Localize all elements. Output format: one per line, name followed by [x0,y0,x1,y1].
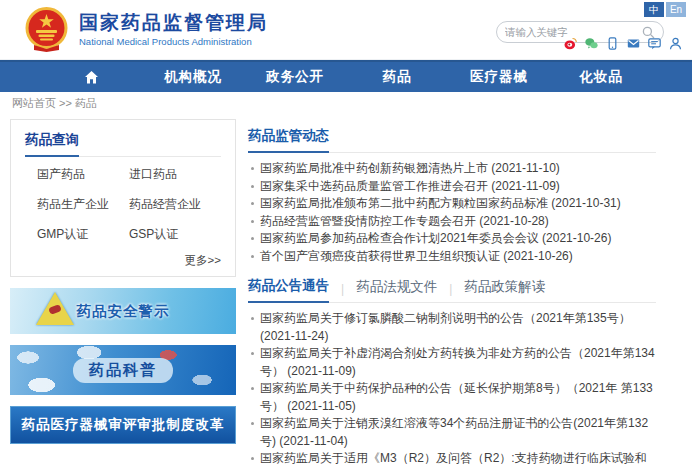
news-date: (2021-11-09) [287,364,355,378]
site-brand[interactable]: 国家药品监督管理局 National Medical Products Admi… [24,7,268,52]
warning-triangle-icon [36,292,74,325]
news-link[interactable]: 国家药监局关于适用《M3（R2）及问答（R2）:支持药物进行临床试验和上市的非临… [260,451,647,466]
bullet-icon [251,167,254,170]
lang-en-button[interactable]: En [666,2,686,17]
news-date: (2021-10-31) [551,196,620,210]
tab-policy-interpretation[interactable]: 药品政策解读 [464,278,545,302]
query-link-distributors[interactable]: 药品经营企业 [129,196,221,213]
list-item[interactable]: 国家药监局关于中药保护品种的公告（延长保护期第8号）（2021年 第133号） … [250,380,656,415]
news-link[interactable]: 国家集采中选药品质量监管工作推进会召开 [260,179,488,193]
list-item[interactable]: 药品经营监管暨疫情防控工作专题会召开 (2021-10-28) [250,213,656,231]
news-link[interactable]: 首个国产宫颈癌疫苗获得世界卫生组织预认证 [260,249,500,263]
site-title: 国家药品监督管理局 [79,12,268,35]
national-emblem-logo [24,7,69,52]
news-date: (2021-11-24) [260,329,328,343]
announcements-list: 国家药监局关于修订氯膦酸二钠制剂说明书的公告（2021年第135号） (2021… [248,303,656,466]
main-column: 药品监管动态 国家药监局批准中药创新药银翘清热片上市 (2021-11-10) … [248,119,656,466]
wechat-icon[interactable] [585,37,598,50]
weibo-icon[interactable] [564,37,577,50]
news-link[interactable]: 国家药监局关于修订氯膦酸二钠制剂说明书的公告（2021年第135号） [260,311,631,325]
drug-query-panel: 药品查询 国产药品 进口药品 药品生产企业 药品经营企业 GMP认证 GSP认证… [10,119,236,277]
tab-divider: | [449,282,452,302]
list-item[interactable]: 首个国产宫颈癌疫苗获得世界卫生组织预认证 (2021-10-26) [250,248,656,266]
query-link-gmp[interactable]: GMP认证 [37,226,129,243]
site-header: 国家药品监督管理局 National Medical Products Admi… [0,0,692,60]
regulatory-news-list: 国家药监局批准中药创新药银翘清热片上市 (2021-11-10) 国家集采中选药… [248,153,656,269]
news-link[interactable]: 国家药监局批准颁布第二批中药配方颗粒国家药品标准 [260,196,548,210]
tab-divider: | [341,282,344,302]
query-link-imported-drugs[interactable]: 进口药品 [129,166,221,183]
main-nav: 机构概况 政务公开 药品 医疗器械 化妆品 [0,60,692,92]
query-link-gsp[interactable]: GSP认证 [129,226,221,243]
banner-label: 药品安全警示 [77,302,170,321]
list-item[interactable]: 国家药监局关于补虚消渴合剂处方药转换为非处方药的公告（2021年第134号） (… [250,345,656,380]
nav-item-gov[interactable]: 政务公开 [244,62,346,92]
bullet-icon [251,185,254,188]
query-more-link[interactable]: 更多>> [25,253,221,268]
news-date: (2021-10-26) [542,231,611,245]
bullet-icon [251,237,254,240]
banner-review-reform[interactable]: 药品医疗器械审评审批制度改革 [10,406,236,444]
section-regulatory-news: 药品监管动态 国家药监局批准中药创新药银翘清热片上市 (2021-11-10) … [248,127,656,269]
email-icon[interactable] [627,37,640,50]
banner-drug-science[interactable]: 药品科普 [10,345,236,395]
news-date: (2021-11-10) [491,161,559,175]
news-link[interactable]: 国家药监局参加药品检查合作计划2021年委员会会议 [260,231,539,245]
tab-announcements[interactable]: 药品公告通告 [248,277,329,303]
nav-home[interactable] [40,62,142,92]
news-date: (2021-10-28) [479,214,548,228]
nav-item-cosmetics[interactable]: 化妆品 [550,62,652,92]
bullet-icon [251,255,254,258]
nav-item-devices[interactable]: 医疗器械 [448,62,550,92]
news-link[interactable]: 药品经营监管暨疫情防控工作专题会召开 [260,214,476,228]
bullet-icon [251,202,254,205]
banner-label: 药品医疗器械审评审批制度改革 [22,416,225,434]
list-item[interactable]: 国家药监局批准中药创新药银翘清热片上市 (2021-11-10) [250,160,656,178]
lang-zh-button[interactable]: 中 [644,2,664,17]
bullet-icon [251,317,254,320]
news-date: (2021-10-26) [503,249,572,263]
drug-query-title: 药品查询 [25,131,79,157]
mobile-icon[interactable] [606,37,619,50]
nav-item-org[interactable]: 机构概况 [142,62,244,92]
bullet-icon [251,352,254,355]
user-icon[interactable] [669,37,682,50]
bullet-icon [251,457,254,460]
list-item[interactable]: 国家药监局关于修订氯膦酸二钠制剂说明书的公告（2021年第135号） (2021… [250,310,656,345]
message-icon[interactable] [648,37,661,50]
list-item[interactable]: 国家药监局参加药品检查合作计划2021年委员会会议 (2021-10-26) [250,230,656,248]
list-item[interactable]: 国家药监局关于注销汞溴红溶液等34个药品注册证书的公告(2021年第132号) … [250,415,656,450]
tab-regulations[interactable]: 药品法规文件 [356,278,437,302]
home-icon [84,70,99,85]
news-link[interactable]: 国家药监局批准中药创新药银翘清热片上市 [260,161,488,175]
section-announcements: 药品公告通告 | 药品法规文件 | 药品政策解读 国家药监局关于修订氯膦酸二钠制… [248,277,656,466]
query-link-domestic-drugs[interactable]: 国产药品 [37,166,129,183]
news-date: (2021-11-09) [491,179,559,193]
tab-regulatory-news[interactable]: 药品监管动态 [248,127,329,153]
breadcrumb[interactable]: 网站首页 >> 药品 [0,92,692,115]
news-date: (2021-11-05) [287,399,355,413]
list-item[interactable]: 国家药监局批准颁布第二批中药配方颗粒国家药品标准 (2021-10-31) [250,195,656,213]
list-item[interactable]: 国家集采中选药品质量监管工作推进会召开 (2021-11-09) [250,178,656,196]
social-links [564,37,682,50]
sidebar: 药品查询 国产药品 进口药品 药品生产企业 药品经营企业 GMP认证 GSP认证… [10,119,236,466]
list-item[interactable]: 国家药监局关于适用《M3（R2）及问答（R2）:支持药物进行临床试验和上市的非临… [250,450,656,466]
bullet-icon [251,387,254,390]
bullet-icon [251,422,254,425]
query-link-manufacturers[interactable]: 药品生产企业 [37,196,129,213]
banner-label: 药品科普 [73,358,173,383]
nav-item-drugs[interactable]: 药品 [346,62,448,92]
page-content: 药品查询 国产药品 进口药品 药品生产企业 药品经营企业 GMP认证 GSP认证… [0,115,692,466]
site-subtitle: National Medical Products Administration [79,36,268,47]
banner-drug-safety-warning[interactable]: 药品安全警示 [10,288,236,334]
language-toggle: 中 En [644,2,686,17]
news-date: (2021-11-04) [279,434,347,448]
bullet-icon [251,220,254,223]
